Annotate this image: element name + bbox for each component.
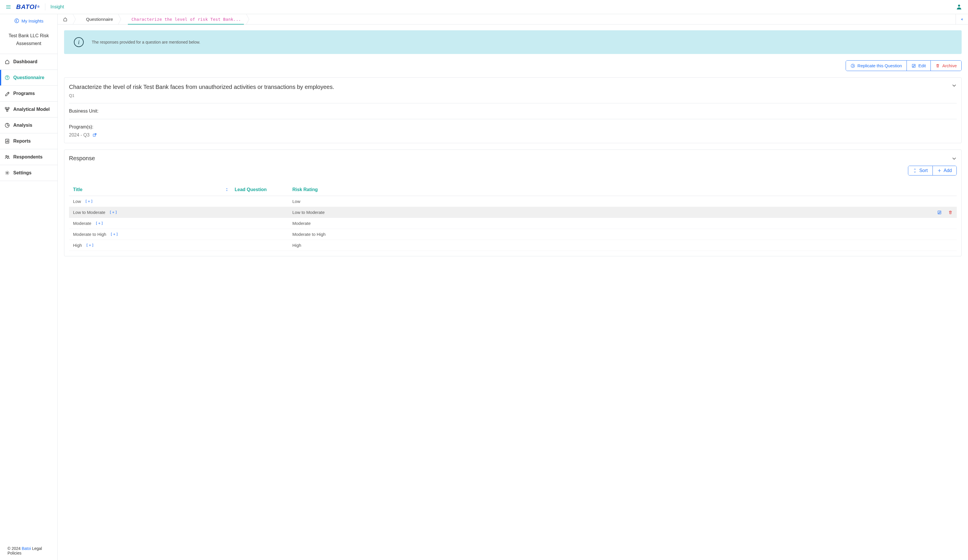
sidebar-item-label: Programs [13,91,35,96]
edit-row-button[interactable] [937,210,942,215]
pie-icon [5,123,10,128]
bar-doc-icon [5,139,10,144]
response-title-value: High [73,243,82,248]
button-label: Replicate this Question [857,63,902,68]
sidebar-item-label: Questionnaire [13,75,45,80]
info-banner: i The responses provided for a question … [64,30,961,54]
question-actions: Replicate this Question Edit Archive [64,60,961,71]
external-link-icon[interactable] [92,133,97,138]
app-name[interactable]: Insight [50,4,64,10]
risk-cell: Low to Moderate [292,210,359,215]
response-button-group: Sort Add [908,166,957,176]
trash-icon [935,63,940,68]
sidebar-item-dashboard[interactable]: Dashboard [0,54,58,70]
info-icon: i [74,37,84,47]
edit-question-button[interactable]: Edit [907,61,930,71]
response-title-value: Low [73,199,81,204]
sidebar-item-programs[interactable]: Programs [0,85,58,101]
archive-question-button[interactable]: Archive [930,61,961,71]
table-row[interactable]: Low[+]Low [69,196,957,207]
sidebar-footer: © 2024 Batoi Legal Policies [0,542,58,560]
question-title: Characterize the level of risk Test Bank… [69,83,334,91]
topbar-left: BATOI® Insight [6,3,64,11]
sort-button[interactable]: Sort [908,166,932,175]
edit-icon [912,63,916,68]
expand-row-button[interactable]: [+] [109,210,118,214]
sidebar-item-label: Analysis [13,123,32,128]
my-insights-link[interactable]: My Insights [0,14,58,28]
sidebar-item-respondents[interactable]: Respondents [0,149,58,165]
breadcrumb-home[interactable] [58,14,73,24]
table-row[interactable]: Low to Moderate[+]Low to Moderate [69,207,957,218]
col-risk[interactable]: Risk Rating [292,187,359,192]
button-label: Sort [919,168,928,173]
breadcrumb-sep-icon [246,14,251,24]
add-button[interactable]: Add [933,166,956,175]
home-icon [5,59,10,65]
brand-reg-mark: ® [37,5,40,8]
response-title-value: Moderate to High [73,232,106,237]
expand-row-button[interactable]: [+] [110,232,119,237]
program-link[interactable]: 2024 - Q3 [69,133,90,138]
button-label: Edit [918,63,926,68]
sidebar-item-label: Respondents [13,154,42,160]
action-button-group: Replicate this Question Edit Archive [845,60,961,71]
col-risk-label: Risk Rating [292,187,318,192]
col-lead-label: Lead Question [235,187,267,192]
question-card: Characterize the level of risk Test Bank… [64,77,961,143]
collapse-response-button[interactable] [951,156,957,161]
content: i The responses provided for a question … [58,25,968,268]
chevron-down-icon [951,83,957,88]
expand-row-button[interactable]: [+] [86,243,94,247]
expand-row-button[interactable]: [+] [95,221,104,225]
users-icon [5,154,10,160]
user-avatar-icon[interactable] [956,4,962,10]
response-title-value: Low to Moderate [73,210,105,215]
caret-left-icon [960,17,964,22]
breadcrumb-item-label: Characterize the level of risk Test Bank… [131,17,241,22]
sidebar-item-analytical-model[interactable]: Analytical Model [0,101,58,117]
breadcrumb-questionnaire[interactable]: Questionnaire [78,14,118,24]
title-cell: Low[+] [73,199,235,204]
sidebar-item-analysis[interactable]: Analysis [0,117,58,133]
sidebar-item-label: Settings [13,170,31,176]
collapse-question-button[interactable] [951,83,957,88]
button-label: Add [944,168,952,173]
table-row[interactable]: Moderate[+]Moderate [69,218,957,229]
sidebar-item-label: Reports [13,139,31,144]
business-unit-section: Business Unit: [69,103,957,114]
col-title[interactable]: Title [73,187,235,192]
col-lead[interactable]: Lead Question [235,187,292,192]
project-title: Test Bank LLC Risk Assessment [0,28,58,54]
replicate-icon [850,63,855,68]
response-card-header: Response [69,155,957,162]
risk-cell: Moderate [292,221,359,226]
sidebar-item-label: Dashboard [13,59,38,65]
chevron-down-icon [951,156,957,161]
sidebar-item-reports[interactable]: Reports [0,133,58,149]
footer-brand-link[interactable]: Batoi [22,546,31,551]
response-actions: Sort Add [69,166,957,176]
expand-row-button[interactable]: [+] [85,199,93,204]
table-row[interactable]: High[+]High [69,240,957,251]
sidebar-item-questionnaire[interactable]: Questionnaire [0,70,58,85]
business-unit-label: Business Unit: [69,109,957,114]
programs-label: Program(s): [69,124,957,129]
brand-logo[interactable]: BATOI® [16,3,40,11]
collapse-panel-button[interactable] [956,14,968,24]
delete-row-button[interactable] [948,210,953,215]
banner-text: The responses provided for a question ar… [92,40,200,45]
footer-prefix: © 2024 [8,546,22,551]
table-row[interactable]: Moderate to High[+]Moderate to High [69,229,957,240]
menu-toggle-icon[interactable] [6,4,11,10]
breadcrumb-item-label: Questionnaire [86,17,113,22]
replicate-question-button[interactable]: Replicate this Question [846,61,907,71]
title-cell: High[+] [73,243,235,248]
breadcrumb-current: Characterize the level of risk Test Bank… [123,14,246,24]
breadcrumb-sep-icon [118,14,123,24]
sort-column-icon[interactable] [225,188,229,192]
title-cell: Moderate[+] [73,221,235,226]
sidebar-item-settings[interactable]: Settings [0,165,58,181]
program-value-row: 2024 - Q3 [69,133,957,138]
my-insights-label: My Insights [22,18,43,23]
